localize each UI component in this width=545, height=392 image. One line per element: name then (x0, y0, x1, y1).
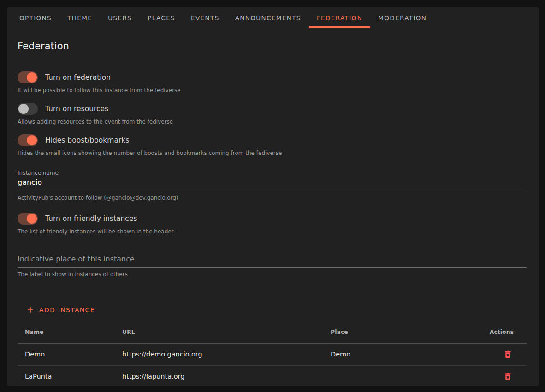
toggle-thumb (27, 135, 37, 145)
hide-boost-toggle-hint: Hides the small icons showing the number… (18, 150, 527, 156)
resources-toggle-label: Turn on resources (45, 105, 108, 113)
tab-places[interactable]: PLACES (140, 7, 183, 29)
friendly-instances-toggle-block: Turn on friendly instances The list of f… (18, 211, 527, 235)
instance-name-cell: Demo (18, 343, 115, 365)
tab-users[interactable]: USERS (100, 7, 140, 29)
federation-toggle-hint: It will be possible to follow this insta… (18, 87, 527, 94)
toggle-thumb (27, 72, 37, 83)
federation-toggle-label: Turn on federation (45, 73, 111, 82)
tab-events[interactable]: EVENTS (183, 7, 227, 29)
instance-url-cell: https://lapunta.org (115, 365, 323, 386)
add-instance-button-label: ADD INSTANCE (39, 306, 95, 314)
federation-toggle[interactable] (18, 71, 38, 83)
delete-instance-button[interactable] (502, 371, 514, 382)
table-row: Demo https://demo.gancio.org Demo (18, 343, 527, 365)
tab-theme[interactable]: THEME (59, 7, 100, 29)
trash-delete-forever-icon (503, 372, 513, 381)
resources-toggle-hint: Allows adding resources to the event fro… (18, 119, 527, 125)
instance-name-hint: ActivityPub's account to follow (@gancio… (18, 195, 527, 201)
page-title: Federation (18, 41, 527, 52)
friendly-instances-toggle-hint: The list of friendly instances will be s… (18, 228, 527, 235)
hide-boost-toggle[interactable] (18, 134, 38, 146)
table-row: LaPunta https://lapunta.org (18, 365, 527, 386)
add-instance-button[interactable]: ADD INSTANCE (22, 303, 99, 317)
admin-panel-card: OPTIONS THEME USERS PLACES EVENTS ANNOUN… (7, 7, 539, 386)
column-header-actions: Actions (475, 321, 527, 343)
instance-name-input[interactable] (18, 177, 527, 191)
trash-delete-forever-icon (503, 350, 513, 359)
hide-boost-toggle-block: Hides boost/bookmarks Hides the small ic… (18, 133, 527, 156)
column-header-name: Name (18, 321, 115, 343)
resources-toggle[interactable] (18, 103, 38, 115)
instance-name-field-block: Instance name ActivityPub's account to f… (18, 168, 527, 201)
admin-tabbar: OPTIONS THEME USERS PLACES EVENTS ANNOUN… (7, 7, 539, 29)
federation-toggle-block: Turn on federation It will be possible t… (18, 70, 527, 94)
instance-url-cell: https://demo.gancio.org (115, 343, 323, 365)
toggle-thumb (18, 104, 29, 114)
instance-name-label: Instance name (18, 170, 59, 176)
instance-place-cell: Demo (323, 343, 475, 365)
plus-icon (26, 305, 35, 315)
tab-options[interactable]: OPTIONS (12, 7, 59, 29)
tab-announcements[interactable]: ANNOUNCEMENTS (227, 7, 309, 29)
tab-federation[interactable]: FEDERATION (309, 7, 370, 29)
hide-boost-toggle-label: Hides boost/bookmarks (45, 136, 129, 144)
column-header-url: URL (115, 321, 323, 343)
resources-toggle-block: Turn on resources Allows adding resource… (18, 101, 527, 125)
friendly-instances-toggle-label: Turn on friendly instances (45, 214, 137, 223)
instances-table: Name URL Place Actions Demo https://demo… (18, 321, 527, 386)
friendly-instances-toggle[interactable] (18, 213, 38, 225)
instance-place-cell (323, 365, 475, 386)
column-header-place: Place (323, 321, 475, 343)
table-header-row: Name URL Place Actions (18, 321, 527, 343)
tab-moderation[interactable]: MODERATION (370, 7, 434, 29)
toggle-thumb (27, 214, 37, 224)
instance-place-input[interactable] (18, 253, 527, 268)
instance-place-field-block: The label to show in instances of others (18, 253, 527, 278)
instance-place-hint: The label to show in instances of others (18, 271, 527, 278)
instance-name-cell: LaPunta (18, 365, 115, 386)
federation-settings-panel: Federation Turn on federation It will be… (7, 29, 539, 386)
delete-instance-button[interactable] (502, 349, 514, 360)
